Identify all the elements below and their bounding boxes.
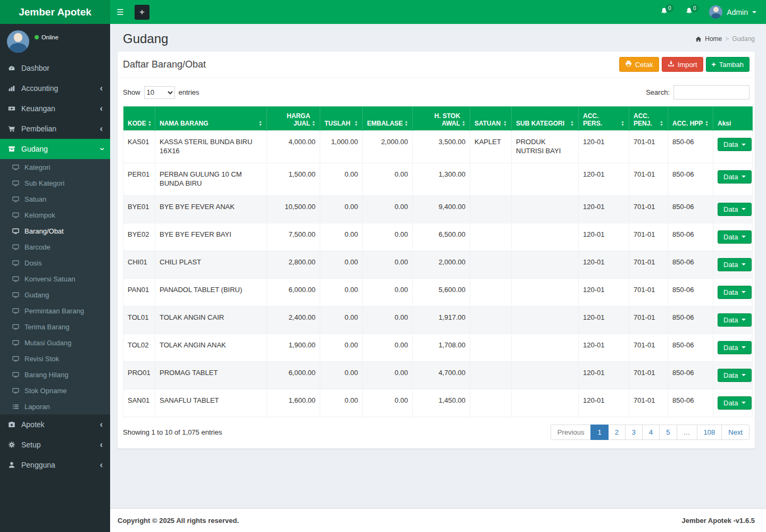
page-button-3[interactable]: 3 — [625, 425, 643, 440]
data-dropdown-button[interactable]: Data — [718, 258, 752, 271]
page-footer: Copyright © 2025 All rights reserved. Je… — [110, 508, 766, 532]
column-header-sub-kategori[interactable]: SUB KATEGORI▲▼ — [512, 106, 579, 131]
sidebar-subitem-label: Permintaan Barang — [24, 307, 84, 315]
sidebar-link-gudang[interactable]: Gudang‹ — [0, 139, 110, 159]
sidebar-sublink-kelompok[interactable]: Kelompok — [0, 207, 110, 223]
column-header-kode[interactable]: KODE▲▼ — [123, 106, 155, 131]
sidebar-item-label: Gudang — [21, 145, 48, 153]
sidebar-sublink-laporan[interactable]: Laporan — [0, 398, 110, 414]
column-header-acc-penj[interactable]: ACC. PENJ.▲▼ — [629, 106, 668, 131]
sidebar-subitem-label: Revisi Stok — [24, 355, 59, 363]
sidebar-sublink-barang-obat[interactable]: Barang/Obat — [0, 223, 110, 239]
alert-badge: 0 — [690, 4, 698, 12]
display-icon — [11, 259, 20, 267]
column-header-acc-pers[interactable]: ACC. PERS.▲▼ — [579, 106, 629, 131]
cell-acc_hpp: 850-06 — [668, 306, 713, 334]
page-title: Gudang — [123, 31, 168, 46]
sidebar-sublink-permintaan-barang[interactable]: Permintaan Barang — [0, 303, 110, 319]
sidebar-sublink-revisi-stok[interactable]: Revisi Stok — [0, 351, 110, 367]
sidebar-sublink-barcode[interactable]: Barcode — [0, 239, 110, 255]
sidebar-link-dashbor[interactable]: Dashbor — [0, 58, 110, 78]
page-button-next[interactable]: Next — [721, 425, 750, 440]
page-button-108[interactable]: 108 — [697, 425, 722, 440]
user-menu[interactable]: Admin — [702, 0, 759, 24]
medkit-icon — [7, 420, 16, 429]
data-dropdown-button[interactable]: Data — [718, 230, 752, 244]
display-icon — [11, 275, 20, 283]
sidebar-subitem-label: Stok Opname — [24, 387, 67, 395]
notifications-menu[interactable]: 0 — [652, 0, 677, 24]
column-header-acc-hpp[interactable]: ACC. HPP▲▼ — [668, 106, 713, 131]
sidebar-link-pengguna[interactable]: Pengguna‹ — [0, 455, 110, 475]
data-dropdown-label: Data — [723, 261, 738, 269]
column-header-tuslah[interactable]: TUSLAH▲▼ — [320, 106, 363, 131]
sidebar-sublink-gudang[interactable]: Gudang — [0, 287, 110, 303]
sidebar-sublink-terima-barang[interactable]: Terima Barang — [0, 319, 110, 335]
page-button-1[interactable]: 1 — [590, 425, 608, 440]
cell-nama: PERBAN GULUNG 10 CM BUNDA BIRU — [155, 163, 267, 195]
page-length-select[interactable]: 10 — [144, 86, 175, 99]
data-dropdown-button[interactable]: Data — [718, 138, 752, 151]
data-dropdown-button[interactable]: Data — [718, 286, 752, 299]
sidebar-sublink-mutasi-gudang[interactable]: Mutasi Gudang — [0, 335, 110, 351]
data-dropdown-button[interactable]: Data — [718, 341, 752, 354]
cell-acc_penj: 701-01 — [629, 334, 668, 361]
sidebar-item-apotek: Apotek‹ — [0, 414, 110, 435]
column-header-label: ACC. PENJ. — [634, 112, 658, 127]
cell-acc_pers: 120-01 — [579, 131, 629, 163]
breadcrumb-home-link[interactable]: Home — [705, 35, 722, 43]
print-button[interactable]: Cetak — [619, 57, 659, 72]
page-button-4[interactable]: 4 — [642, 425, 660, 440]
sidebar-sublink-barang-hilang[interactable]: Barang Hilang — [0, 367, 110, 383]
cell-kode: CHI01 — [123, 251, 155, 278]
page-button-2[interactable]: 2 — [608, 425, 626, 440]
sidebar-sublink-dosis[interactable]: Dosis — [0, 255, 110, 271]
sidebar-link-pembelian[interactable]: Pembelian‹ — [0, 119, 110, 139]
data-dropdown-button[interactable]: Data — [718, 369, 752, 382]
column-header-inner: ACC. HPP▲▼ — [672, 110, 709, 127]
brand-logo[interactable]: Jember Apotek — [0, 0, 110, 24]
sidebar: Online DashborAccounting‹Keuangan‹Pembel… — [0, 24, 110, 532]
sidebar-sublink-satuan[interactable]: Satuan — [0, 191, 110, 207]
import-button[interactable]: Import — [662, 57, 703, 72]
sidebar-sublink-sub-kategori[interactable]: Sub Kategori — [0, 175, 110, 191]
sidebar-avatar — [7, 30, 29, 53]
import-button-label: Import — [678, 61, 697, 69]
column-header-embalase[interactable]: EMBALASE▲▼ — [363, 106, 413, 131]
column-header-satuan[interactable]: SATUAN▲▼ — [470, 106, 512, 131]
sidebar-link-keuangan[interactable]: Keuangan‹ — [0, 98, 110, 119]
column-header-h-stok-awal[interactable]: H. STOK AWAL▲▼ — [413, 106, 470, 131]
cell-sub_kategori — [512, 334, 579, 361]
search-input[interactable] — [673, 85, 750, 99]
cell-sub_kategori — [512, 163, 579, 195]
sidebar-toggle-button[interactable]: ☰ — [110, 0, 130, 24]
add-button[interactable]: + Tambah — [706, 57, 750, 72]
data-dropdown-button[interactable]: Data — [718, 170, 752, 184]
page-button-5[interactable]: 5 — [659, 425, 677, 440]
column-header-harga-jual[interactable]: HARGA JUAL▲▼ — [267, 106, 320, 131]
alerts-menu[interactable]: 0 — [677, 0, 702, 24]
sidebar-link-apotek[interactable]: Apotek‹ — [0, 414, 110, 435]
sidebar-menu: DashborAccounting‹Keuangan‹Pembelian‹Gud… — [0, 58, 110, 475]
data-dropdown-button[interactable]: Data — [718, 396, 752, 410]
sidebar-sublink-kategori[interactable]: Kategori — [0, 159, 110, 175]
sidebar-item-label: Pengguna — [21, 461, 55, 469]
cell-embalase: 0.00 — [363, 361, 413, 389]
data-dropdown-button[interactable]: Data — [718, 203, 752, 216]
column-header-label: ACC. PERS. — [583, 112, 619, 127]
sidebar-sublink-konversi-satuan[interactable]: Konversi Satuan — [0, 271, 110, 287]
column-header-nama-barang[interactable]: NAMA BARANG▲▼ — [155, 106, 267, 131]
cell-aksi: Data — [713, 131, 753, 163]
data-dropdown-button[interactable]: Data — [718, 313, 752, 327]
display-icon — [11, 163, 20, 171]
chevron-left-icon: ‹ — [100, 422, 103, 427]
sidebar-item-gudang: Gudang‹ — [0, 139, 110, 159]
sidebar-link-accounting[interactable]: Accounting‹ — [0, 78, 110, 98]
cell-aksi: Data — [713, 195, 753, 223]
cell-embalase: 0.00 — [363, 334, 413, 361]
data-dropdown-label: Data — [723, 205, 738, 213]
sidebar-subitem-label: Satuan — [24, 195, 46, 203]
quick-add-button[interactable]: + — [135, 5, 149, 20]
sidebar-link-setup[interactable]: Setup‹ — [0, 435, 110, 455]
sidebar-sublink-stok-opname[interactable]: Stok Opname — [0, 383, 110, 398]
